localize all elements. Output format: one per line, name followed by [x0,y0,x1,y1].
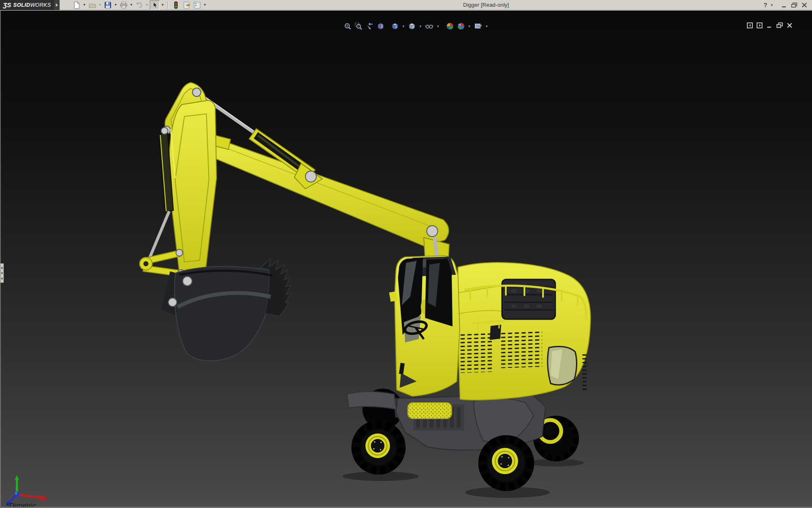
new-document-dropdown[interactable]: ▼ [82,0,87,10]
close-button[interactable] [801,2,808,8]
toolbar-separator [167,1,168,9]
bucket-pin [168,298,177,306]
zoom-to-fit-button[interactable] [343,22,353,30]
left-arrow-icon [1,267,3,269]
view-settings-button[interactable] [473,22,483,30]
left-arrow-icon [1,272,3,274]
apex-pin [192,88,201,97]
front-fender [347,392,396,409]
close-document-button[interactable] [787,22,793,28]
view-orientation-dropdown[interactable]: ▼ [401,25,406,28]
save-button[interactable] [103,0,113,10]
select-dropdown[interactable]: ▼ [160,0,165,10]
rebuild-button[interactable] [171,0,181,10]
bucket-pin [183,276,192,286]
open-folder-icon [88,1,96,9]
new-document-button[interactable] [71,0,82,10]
previous-view-icon [366,22,373,30]
zoom-to-area-button[interactable] [354,22,364,30]
save-dropdown[interactable]: ▼ [113,0,118,10]
appearance-sphere-icon [446,22,454,30]
front-left-wheel [351,420,406,475]
rebuild-trafficlight-icon [173,1,179,9]
cab [389,256,460,396]
glasses-icon [425,22,433,30]
minimize-button[interactable] [781,2,787,8]
cylinder-pin [305,171,316,182]
select-button[interactable] [150,0,160,10]
new-document-icon [73,1,80,9]
titlebar: ƷS SOLIDWORKS ▼ ▼ [0,0,812,10]
options-checklist-icon [193,1,201,9]
apply-scene-button[interactable] [456,22,466,30]
rear-vent [582,354,588,392]
help-dropdown[interactable]: ▼ [770,3,774,7]
standard-toolbar: ▼ ▼ ▼ ▼ [71,0,207,10]
rear-left-wheel [478,435,534,491]
edit-appearance-button[interactable] [445,22,455,30]
save-floppy-icon [104,1,112,9]
bucket-cylinder-rod [149,211,169,259]
select-cursor-icon [151,1,158,8]
help-button[interactable]: ? [764,2,768,8]
side-vent [499,329,542,368]
solidworks-logo: ƷS SOLIDWORKS [0,0,54,10]
view-orientation-cube-icon [391,22,399,30]
printer-icon [120,1,128,9]
open-document-button[interactable] [87,0,97,10]
print-dropdown[interactable]: ▼ [129,0,134,10]
undo-dropdown[interactable]: ▼ [145,0,149,10]
solidworks-wordmark: SOLIDWORKS [13,2,51,8]
excavator-body [453,262,590,400]
undo-arrow-icon [135,1,143,9]
undo-button[interactable] [134,0,144,10]
display-style-button[interactable] [407,22,417,30]
triad-x-axis [17,494,41,498]
open-document-dropdown[interactable]: ▼ [98,0,102,10]
view-settings-icon [474,22,482,30]
restore-button[interactable] [790,2,798,8]
section-view-button[interactable] [376,22,386,30]
display-style-cube-icon [408,22,416,30]
section-view-icon [377,22,384,30]
hide-show-items-button[interactable] [424,22,435,30]
show-right-pane-button[interactable] [757,22,763,28]
scene-sphere-icon [457,22,465,30]
document-window-controls [747,22,793,28]
restore-document-button[interactable] [776,22,783,28]
left-arrow-icon [1,277,3,280]
file-properties-icon [183,1,191,9]
view-settings-dropdown[interactable]: ▼ [484,25,489,28]
options-dropdown[interactable]: ▼ [203,0,207,10]
options-button[interactable] [192,0,202,10]
zoom-to-area-icon [355,22,362,30]
right-arrow-icon [56,3,58,7]
hide-show-items-dropdown[interactable]: ▼ [436,25,441,28]
elbow-pin [427,226,438,237]
file-properties-button[interactable] [181,0,192,10]
zoom-to-fit-icon [344,22,351,30]
apply-scene-dropdown[interactable]: ▼ [467,25,472,28]
view-orientation-button[interactable] [390,22,400,30]
print-button[interactable] [118,0,129,10]
window-controls: ? ▼ [764,0,808,10]
previous-view-button[interactable] [365,22,375,30]
viewport-canvas[interactable]: ▼ ▼ ▼ [0,11,812,508]
viewport-left-border [0,11,1,508]
display-style-dropdown[interactable]: ▼ [418,25,423,28]
menu-expand-arrow[interactable] [54,0,60,10]
show-left-pane-button[interactable] [747,22,753,28]
heads-up-toolbar: ▼ ▼ ▼ [343,22,489,30]
minimize-document-button[interactable] [766,22,773,28]
ds-logo-icon: ƷS [3,1,11,8]
document-title: Digger [Read-only] [463,0,509,10]
excavator-model [0,11,812,508]
